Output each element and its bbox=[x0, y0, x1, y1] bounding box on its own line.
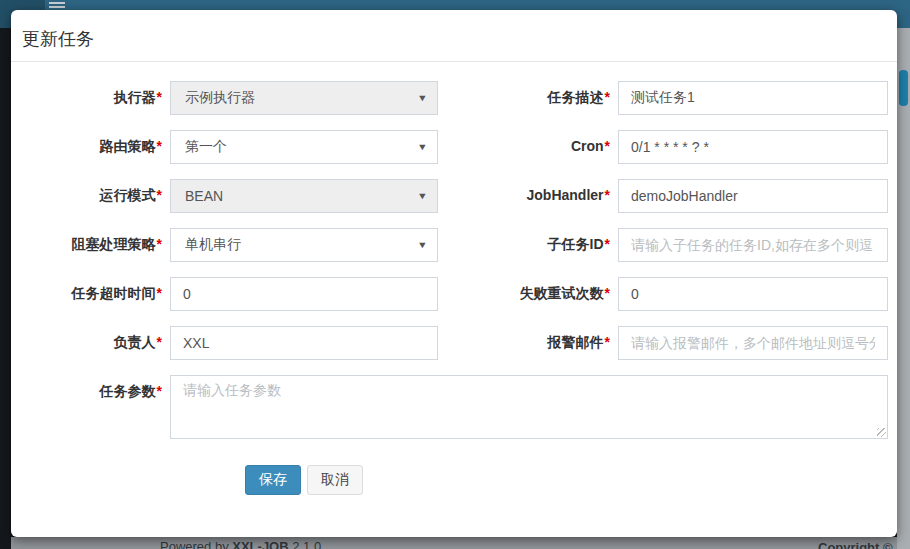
resize-grip-icon[interactable] bbox=[877, 428, 886, 437]
glue-type-label: 运行模式* bbox=[11, 179, 170, 213]
job-param-label: 任务参数* bbox=[11, 375, 170, 439]
jobhandler-label: JobHandler* bbox=[438, 179, 618, 213]
alarm-email-input[interactable] bbox=[618, 326, 888, 360]
chevron-down-icon: ▼ bbox=[417, 142, 428, 152]
executor-label: 执行器* bbox=[11, 81, 170, 115]
chevron-down-icon: ▼ bbox=[417, 93, 428, 103]
block-strategy-select[interactable]: 单机串行 ▼ bbox=[170, 228, 438, 262]
route-strategy-select[interactable]: 第一个 ▼ bbox=[170, 130, 438, 164]
scrollbar-thumb[interactable] bbox=[899, 70, 908, 106]
glue-type-select: BEAN ▼ bbox=[170, 179, 438, 213]
modal-header: 更新任务 bbox=[11, 10, 897, 62]
timeout-input[interactable] bbox=[170, 277, 438, 311]
job-desc-label: 任务描述* bbox=[438, 81, 618, 115]
fail-retry-label: 失败重试次数* bbox=[438, 277, 618, 311]
cancel-button[interactable]: 取消 bbox=[307, 465, 363, 495]
cron-input[interactable] bbox=[618, 130, 888, 164]
modal-title: 更新任务 bbox=[22, 29, 882, 49]
child-jobid-input[interactable] bbox=[618, 228, 888, 262]
block-strategy-label: 阻塞处理策略* bbox=[11, 228, 170, 262]
fail-retry-input[interactable] bbox=[618, 277, 888, 311]
powered-by-text: Powered by XXL-JOB 2.1.0 bbox=[160, 539, 321, 549]
save-button[interactable]: 保存 bbox=[245, 465, 301, 495]
child-jobid-label: 子任务ID* bbox=[438, 228, 618, 262]
update-job-form: 执行器* 示例执行器 ▼ 任务描述* 路由策略* 第一个 ▼ Cron* 运行模… bbox=[11, 62, 897, 495]
timeout-label: 任务超时时间* bbox=[11, 277, 170, 311]
job-desc-input[interactable] bbox=[618, 81, 888, 115]
update-job-modal: 更新任务 执行器* 示例执行器 ▼ 任务描述* 路由策略* 第一个 ▼ Cron… bbox=[11, 10, 897, 537]
alarm-email-label: 报警邮件* bbox=[438, 326, 618, 360]
route-strategy-label: 路由策略* bbox=[11, 130, 170, 164]
executor-select: 示例执行器 ▼ bbox=[170, 81, 438, 115]
brand-name: XXL-JOB bbox=[232, 539, 288, 549]
chevron-down-icon: ▼ bbox=[417, 191, 428, 201]
job-param-textarea[interactable] bbox=[170, 375, 888, 439]
chevron-down-icon: ▼ bbox=[417, 240, 428, 250]
scrollbar-track[interactable] bbox=[897, 28, 910, 549]
jobhandler-input[interactable] bbox=[618, 179, 888, 213]
page-footer: Powered by XXL-JOB 2.1.0 Copyright © bbox=[11, 537, 910, 549]
copyright-text: Copyright © bbox=[818, 540, 893, 549]
author-label: 负责人* bbox=[11, 326, 170, 360]
author-input[interactable] bbox=[170, 326, 438, 360]
cron-label: Cron* bbox=[438, 130, 618, 164]
